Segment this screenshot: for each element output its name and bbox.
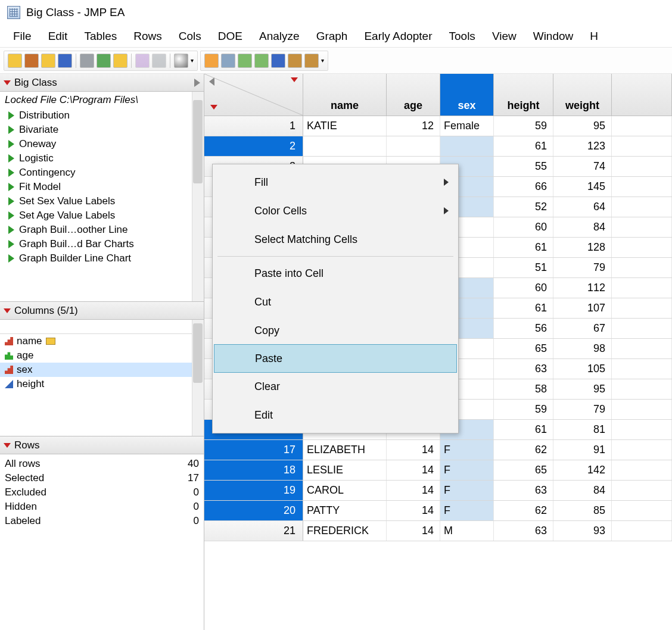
script-item[interactable]: Set Sex Value Labels [0, 194, 204, 208]
ctx-clear[interactable]: Clear [213, 372, 458, 401]
cell-height[interactable]: 55 [494, 157, 553, 176]
cell-height[interactable]: 65 [494, 460, 553, 480]
graph-builder-icon[interactable] [238, 54, 252, 68]
distribution-icon[interactable] [204, 54, 219, 68]
cell-weight[interactable]: 107 [553, 298, 612, 318]
cell-age[interactable] [387, 136, 440, 156]
table-row[interactable]: 18LESLIE14F65142 [204, 460, 672, 481]
scrollbar[interactable] [192, 92, 204, 301]
ctx-edit[interactable]: Edit [213, 401, 458, 429]
open-icon[interactable] [41, 54, 55, 68]
cell-weight[interactable]: 123 [553, 136, 612, 156]
cell-weight[interactable]: 74 [553, 157, 612, 176]
cell-age[interactable]: 14 [387, 440, 440, 460]
table-corner[interactable] [204, 74, 303, 116]
column-item-height[interactable]: height [0, 377, 204, 391]
cell-weight[interactable]: 85 [553, 501, 612, 520]
script-item[interactable]: Oneway [0, 137, 204, 151]
disclosure-icon[interactable] [4, 80, 11, 85]
cell-weight[interactable]: 142 [553, 460, 612, 480]
cell-height[interactable]: 62 [494, 501, 553, 520]
cell-weight[interactable]: 67 [553, 319, 612, 338]
rows-panel-header[interactable]: Rows [0, 436, 204, 454]
copy-icon[interactable] [97, 54, 111, 68]
column-item-age[interactable]: age [0, 348, 204, 363]
script-item[interactable]: Graph Buil…d Bar Charts [0, 237, 204, 251]
cell-sex[interactable]: Female [440, 116, 494, 136]
cell-name[interactable]: FREDERICK [303, 521, 387, 541]
column-item-sex[interactable]: sex [0, 363, 204, 377]
scrollbar-thumb[interactable] [193, 323, 203, 383]
cell-weight[interactable]: 84 [553, 217, 612, 237]
cell-weight[interactable]: 112 [553, 278, 612, 298]
chevron-right-icon[interactable] [194, 79, 200, 87]
col-header-weight[interactable]: weight [553, 74, 612, 116]
cell-weight[interactable]: 95 [553, 379, 612, 399]
cell-weight[interactable]: 81 [553, 420, 612, 439]
cell-height[interactable]: 59 [494, 116, 553, 136]
cell-weight[interactable]: 98 [553, 339, 612, 358]
cell-height[interactable]: 60 [494, 278, 553, 298]
scrollbar-thumb[interactable] [193, 100, 203, 183]
cell-sex[interactable]: F [440, 481, 494, 500]
script-item[interactable]: Logistic [0, 151, 204, 166]
menu-early-adopter[interactable]: Early Adopter [356, 27, 440, 45]
cell-weight[interactable]: 145 [553, 177, 612, 197]
cell-sex[interactable]: F [440, 440, 494, 460]
menu-graph[interactable]: Graph [308, 27, 356, 45]
cell-age[interactable]: 14 [387, 501, 440, 520]
menu-view[interactable]: View [484, 27, 525, 45]
cell-height[interactable]: 66 [494, 177, 553, 197]
tabulate-icon[interactable] [254, 54, 269, 68]
cell-height[interactable]: 52 [494, 197, 553, 217]
menu-window[interactable]: Window [525, 27, 582, 45]
ctx-color-cells[interactable]: Color Cells [213, 197, 458, 225]
menu-cols[interactable]: Cols [170, 27, 210, 45]
col-header-height[interactable]: height [494, 74, 553, 116]
cell-weight[interactable]: 91 [553, 440, 612, 460]
menu-doe[interactable]: DOE [210, 27, 251, 45]
fit-y-icon[interactable] [221, 54, 235, 68]
row-number[interactable]: 1 [204, 116, 303, 136]
cell-age[interactable]: 14 [387, 481, 440, 500]
columns-panel-header[interactable]: Columns (5/1) [0, 302, 204, 320]
dropdown-icon[interactable]: ▾ [321, 57, 324, 64]
cell-sex[interactable]: F [440, 501, 494, 520]
table-row[interactable]: 17ELIZABETH14F6291 [204, 440, 672, 460]
cell-height[interactable]: 56 [494, 319, 553, 338]
table-row[interactable]: 261123 [204, 136, 672, 157]
cell-name[interactable] [303, 136, 387, 156]
table-row[interactable]: 20PATTY14F6285 [204, 501, 672, 521]
ctx-paste[interactable]: Paste [214, 344, 457, 373]
menu-h[interactable]: H [581, 27, 606, 45]
row-number[interactable]: 20 [204, 501, 303, 520]
cell-weight[interactable]: 105 [553, 359, 612, 379]
cell-age[interactable]: 14 [387, 460, 440, 480]
cell-height[interactable]: 51 [494, 258, 553, 277]
profiler-icon[interactable] [304, 54, 319, 68]
cell-weight[interactable]: 128 [553, 238, 612, 257]
script-item[interactable]: Graph Buil…oother Line [0, 223, 204, 237]
cell-weight[interactable]: 84 [553, 481, 612, 500]
script-item[interactable]: Contingency [0, 166, 204, 180]
menu-tables[interactable]: Tables [76, 27, 125, 45]
cell-name[interactable]: PATTY [303, 501, 387, 520]
fit-model-icon[interactable] [271, 54, 285, 68]
menu-edit[interactable]: Edit [40, 27, 76, 45]
disclosure-icon[interactable] [4, 443, 11, 448]
cell-weight[interactable]: 95 [553, 116, 612, 136]
cell-height[interactable]: 61 [494, 238, 553, 257]
cell-weight[interactable]: 64 [553, 197, 612, 217]
predictor-icon[interactable] [288, 54, 302, 68]
cell-height[interactable]: 63 [494, 359, 553, 379]
cell-height[interactable]: 61 [494, 298, 553, 318]
column-search-input[interactable] [0, 320, 192, 334]
ctx-select-matching-cells[interactable]: Select Matching Cells [213, 225, 458, 254]
ctx-copy[interactable]: Copy [213, 316, 458, 345]
row-number[interactable]: 19 [204, 481, 303, 500]
cell-height[interactable]: 63 [494, 481, 553, 500]
cell-height[interactable]: 65 [494, 339, 553, 358]
cell-weight[interactable]: 79 [553, 258, 612, 277]
menu-tools[interactable]: Tools [441, 27, 484, 45]
cell-name[interactable]: KATIE [303, 116, 387, 136]
